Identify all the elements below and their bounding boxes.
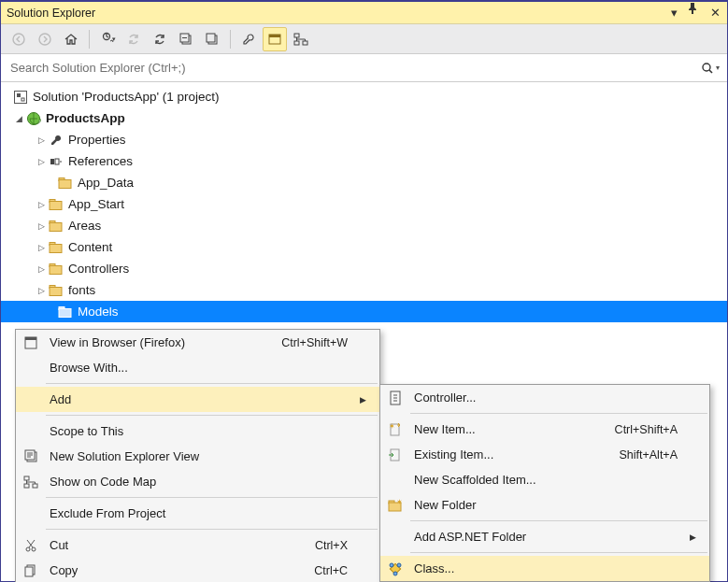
svg-point-1	[39, 34, 50, 45]
svg-rect-28	[50, 265, 62, 274]
tree-item-areas[interactable]: ▷ Areas	[1, 215, 727, 236]
menu-view-in-browser[interactable]: View in Browser (Firefox) Ctrl+Shift+W	[16, 330, 379, 355]
menu-separator	[46, 497, 378, 498]
expander-icon[interactable]: ◢	[12, 114, 25, 123]
search-placeholder: Search Solution Explorer (Ctrl+;)	[10, 61, 701, 75]
svg-rect-22	[50, 201, 62, 209]
folder-icon	[57, 304, 74, 320]
menu-new-solution-explorer-view[interactable]: New Solution Explorer View	[16, 444, 379, 469]
pending-changes-button[interactable]: ▾	[95, 27, 120, 51]
svg-rect-9	[294, 34, 299, 37]
tree-item-fonts[interactable]: ▷ fonts	[1, 279, 727, 301]
folder-icon	[48, 261, 64, 277]
cut-icon	[16, 539, 46, 552]
menu-label: New Solution Explorer View	[46, 449, 353, 463]
menu-browse-with[interactable]: Browse With...	[16, 355, 379, 380]
menu-label: Controller...	[410, 390, 683, 405]
menu-add-class[interactable]: Class...	[380, 556, 709, 581]
menu-label: New Folder	[410, 498, 683, 512]
back-button[interactable]	[7, 27, 31, 51]
menu-separator	[46, 383, 378, 384]
menu-separator	[410, 413, 707, 414]
svg-rect-43	[25, 567, 33, 576]
new-view-icon	[16, 449, 46, 463]
close-icon[interactable]: ✕	[708, 3, 721, 23]
menu-add-aspnet-folder[interactable]: Add ASP.NET Folder ▶	[380, 524, 709, 549]
svg-rect-30	[50, 287, 62, 295]
search-icon[interactable]: ▾	[701, 62, 720, 75]
properties-button[interactable]	[236, 27, 261, 51]
separator	[89, 30, 90, 49]
menu-new-scaffolded-item[interactable]: New Scaffolded Item...	[380, 467, 709, 492]
tree-item-content[interactable]: ▷ Content	[1, 236, 727, 258]
svg-rect-20	[59, 179, 71, 188]
folder-icon	[48, 196, 64, 213]
class-icon	[380, 561, 410, 576]
menu-label: Copy	[46, 563, 314, 577]
project-node[interactable]: ◢ ProductsApp	[1, 107, 727, 129]
tree-label: fonts	[68, 283, 95, 297]
menu-exclude-from-project[interactable]: Exclude From Project	[16, 501, 379, 526]
tree-item-models[interactable]: Models	[1, 301, 727, 322]
solution-node[interactable]: Solution 'ProductsApp' (1 project)	[1, 86, 727, 107]
expander-icon[interactable]: ▷	[35, 157, 48, 166]
menu-label: Browse With...	[46, 361, 353, 375]
forward-button[interactable]	[33, 27, 57, 51]
dropdown-icon[interactable]: ▾	[667, 3, 680, 23]
menu-add-existing-item[interactable]: Existing Item... Shift+Alt+A	[380, 442, 709, 467]
tree-item-references[interactable]: ▷ References	[1, 150, 727, 172]
context-menu: View in Browser (Firefox) Ctrl+Shift+W B…	[15, 329, 380, 582]
menu-add-new-item[interactable]: ✶ New Item... Ctrl+Shift+A	[380, 417, 709, 442]
tree-label: Properties	[68, 133, 126, 147]
menu-cut[interactable]: Cut Ctrl+X	[16, 532, 379, 558]
svg-rect-38	[33, 484, 37, 488]
existing-item-icon	[380, 447, 410, 462]
tree-label: Controllers	[68, 262, 129, 276]
collapse-all-button[interactable]	[174, 27, 198, 51]
show-all-files-button[interactable]	[200, 27, 224, 51]
tree-label: Models	[78, 305, 119, 319]
menu-shortcut: Shift+Alt+A	[619, 448, 683, 461]
menu-label: New Item...	[410, 422, 615, 436]
expander-icon[interactable]: ▷	[35, 200, 48, 209]
menu-shortcut: Ctrl+Shift+W	[281, 336, 353, 349]
pin-icon[interactable]	[688, 3, 701, 23]
add-submenu: Controller... ✶ New Item... Ctrl+Shift+A…	[379, 384, 710, 582]
solution-icon	[12, 89, 29, 106]
tree-label: App_Data	[78, 176, 134, 190]
menu-copy[interactable]: Copy Ctrl+C	[16, 558, 379, 582]
svg-rect-11	[294, 41, 299, 45]
wrench-icon	[48, 132, 64, 149]
folder-icon	[48, 239, 64, 256]
menu-new-folder[interactable]: ✶ New Folder	[380, 492, 709, 518]
tree-item-appdata[interactable]: App_Data	[1, 172, 727, 193]
expander-icon[interactable]: ▷	[35, 221, 48, 231]
menu-add-controller[interactable]: Controller...	[380, 385, 709, 410]
new-folder-icon: ✶	[380, 499, 410, 512]
menu-scope-to-this[interactable]: Scope to This	[16, 419, 379, 444]
search-bar[interactable]: Search Solution Explorer (Ctrl+;) ▾	[1, 54, 727, 82]
menu-label: Cut	[46, 538, 315, 552]
menu-label: New Scaffolded Item...	[410, 473, 683, 487]
expander-icon[interactable]: ▷	[35, 286, 48, 295]
sync-button[interactable]	[121, 27, 146, 51]
view-class-diagram-button[interactable]	[289, 27, 313, 51]
tree-item-properties[interactable]: ▷ Properties	[1, 129, 727, 150]
menu-separator	[46, 415, 378, 416]
tree-item-controllers[interactable]: ▷ Controllers	[1, 258, 727, 279]
menu-show-on-code-map[interactable]: Show on Code Map	[16, 469, 379, 494]
expander-icon[interactable]: ▷	[35, 243, 48, 252]
refresh-button[interactable]	[148, 27, 172, 51]
tree-item-appstart[interactable]: ▷ App_Start	[1, 193, 727, 215]
svg-text:✶: ✶	[396, 499, 403, 506]
menu-label: Scope to This	[46, 424, 353, 438]
home-button[interactable]	[59, 27, 83, 51]
expander-icon[interactable]: ▷	[35, 264, 48, 274]
menu-separator	[410, 520, 707, 521]
preview-button[interactable]	[263, 27, 287, 51]
menu-label: View in Browser (Firefox)	[46, 335, 281, 349]
expander-icon[interactable]: ▷	[35, 135, 48, 145]
window-title: Solution Explorer	[7, 7, 667, 20]
code-map-icon	[16, 476, 46, 489]
menu-add[interactable]: Add ▶	[16, 387, 379, 412]
